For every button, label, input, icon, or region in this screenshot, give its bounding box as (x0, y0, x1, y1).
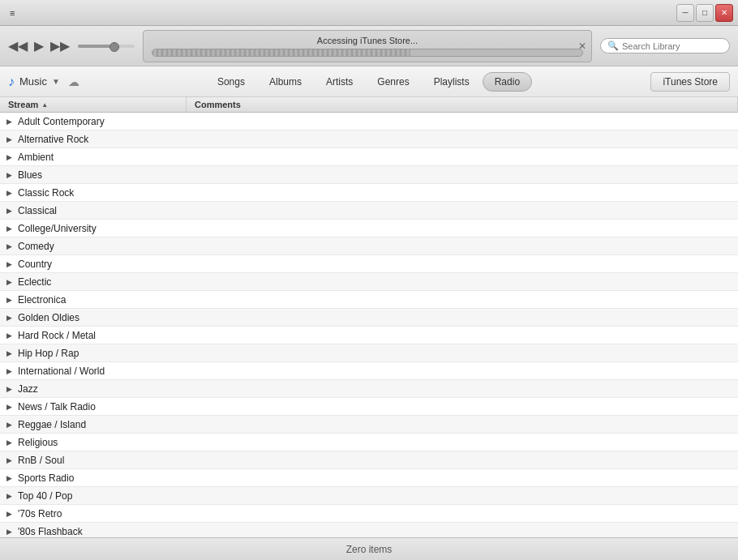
td-stream: ▶Classic Rock (0, 185, 389, 201)
table-row[interactable]: ▶Religious (0, 434, 738, 451)
td-comments (389, 387, 738, 391)
table-row[interactable]: ▶Hard Rock / Metal (0, 327, 738, 344)
disclosure-triangle-icon[interactable]: ▶ (6, 403, 15, 411)
nav-albums[interactable]: Albums (258, 73, 313, 91)
disclosure-triangle-icon[interactable]: ▶ (6, 492, 15, 500)
disclosure-triangle-icon[interactable]: ▶ (6, 528, 15, 536)
col-header-comments[interactable]: Comments (187, 97, 738, 112)
table-row[interactable]: ▶Jazz (0, 380, 738, 398)
td-comments (389, 119, 738, 124)
disclosure-triangle-icon[interactable]: ▶ (6, 456, 15, 464)
table-row[interactable]: ▶'70s Retro (0, 505, 738, 523)
col-header-stream[interactable]: Stream ▲ (0, 97, 187, 112)
rewind-button[interactable]: ◀◀ (8, 38, 28, 53)
col-stream-label: Stream (8, 100, 38, 109)
disclosure-triangle-icon[interactable]: ▶ (6, 278, 15, 286)
table-row[interactable]: ▶Electronica (0, 291, 738, 309)
disclosure-triangle-icon[interactable]: ▶ (6, 349, 15, 357)
disclosure-triangle-icon[interactable]: ▶ (6, 207, 15, 215)
table-row[interactable]: ▶Top 40 / Pop (0, 487, 738, 505)
progress-bar (152, 49, 583, 57)
progress-close-icon[interactable]: ✕ (578, 41, 586, 52)
table-row[interactable]: ▶Classic Rock (0, 184, 738, 202)
table-row[interactable]: ▶Ambient (0, 148, 738, 166)
table-row[interactable]: ▶Sports Radio (0, 469, 738, 487)
stream-label: News / Talk Radio (18, 401, 96, 413)
td-stream: ▶RnB / Soul (0, 452, 389, 468)
search-bar[interactable]: 🔍 (600, 38, 730, 53)
disclosure-triangle-icon[interactable]: ▶ (6, 421, 15, 429)
table-row[interactable]: ▶Hip Hop / Rap (0, 344, 738, 362)
table-row[interactable]: ▶Eclectic (0, 273, 738, 291)
table-row[interactable]: ▶RnB / Soul (0, 451, 738, 469)
table-row[interactable]: ▶Blues (0, 166, 738, 184)
nav-radio[interactable]: Radio (483, 72, 532, 92)
disclosure-triangle-icon[interactable]: ▶ (6, 438, 15, 447)
disclosure-triangle-icon[interactable]: ▶ (6, 118, 15, 126)
table-row[interactable]: ▶'80s Flashback (0, 523, 738, 537)
td-comments (389, 155, 738, 160)
td-stream: ▶College/University (0, 220, 389, 237)
disclosure-triangle-icon[interactable]: ▶ (6, 385, 15, 393)
stream-label: RnB / Soul (18, 455, 64, 466)
nav-songs[interactable]: Songs (206, 73, 256, 91)
disclosure-triangle-icon[interactable]: ▶ (6, 474, 15, 482)
maximize-button[interactable]: □ (696, 4, 714, 22)
play-button[interactable]: ▶ (34, 38, 44, 53)
stream-label: '80s Flashback (18, 526, 83, 537)
table-row[interactable]: ▶News / Talk Radio (0, 398, 738, 416)
disclosure-triangle-icon[interactable]: ▶ (6, 510, 15, 518)
td-stream: ▶Alternative Rock (0, 131, 389, 147)
td-comments (389, 137, 738, 142)
disclosure-triangle-icon[interactable]: ▶ (6, 331, 15, 340)
volume-slider[interactable] (78, 45, 135, 48)
nav-genres[interactable]: Genres (366, 73, 420, 91)
disclosure-triangle-icon[interactable]: ▶ (6, 153, 15, 161)
search-icon: 🔍 (607, 41, 619, 51)
table-row[interactable]: ▶Reggae / Island (0, 416, 738, 434)
td-stream: ▶Comedy (0, 238, 389, 254)
stream-label: Hard Rock / Metal (18, 330, 96, 341)
table-row[interactable]: ▶Classical (0, 202, 738, 220)
disclosure-triangle-icon[interactable]: ▶ (6, 314, 15, 322)
cloud-icon[interactable]: ☁ (68, 75, 79, 88)
td-stream: ▶Eclectic (0, 274, 389, 290)
stream-label: Top 40 / Pop (18, 490, 72, 502)
td-comments (389, 369, 738, 374)
stream-label: Golden Oldies (18, 312, 79, 323)
td-comments (389, 333, 738, 338)
disclosure-triangle-icon[interactable]: ▶ (6, 224, 15, 233)
td-stream: ▶'80s Flashback (0, 524, 389, 538)
table-row[interactable]: ▶Comedy (0, 237, 738, 255)
table-row[interactable]: ▶Alternative Rock (0, 130, 738, 148)
progress-title: Accessing iTunes Store... (317, 36, 418, 45)
stream-label: Hip Hop / Rap (18, 348, 79, 359)
table-row[interactable]: ▶Country (0, 255, 738, 273)
table-container[interactable]: Stream ▲ Comments ▶Adult Contemporary▶Al… (0, 97, 738, 537)
disclosure-triangle-icon[interactable]: ▶ (6, 260, 15, 268)
search-input[interactable] (622, 41, 719, 51)
disclosure-triangle-icon[interactable]: ▶ (6, 135, 15, 143)
disclosure-triangle-icon[interactable]: ▶ (6, 367, 15, 375)
td-comments (389, 173, 738, 177)
menu-button[interactable]: ≡ (5, 6, 19, 19)
table-row[interactable]: ▶College/University (0, 220, 738, 237)
nav-artists[interactable]: Artists (315, 73, 364, 91)
table-row[interactable]: ▶International / World (0, 362, 738, 380)
music-label: Music (19, 75, 47, 88)
disclosure-triangle-icon[interactable]: ▶ (6, 296, 15, 304)
td-stream: ▶Country (0, 256, 389, 272)
music-dropdown-icon[interactable]: ▼ (52, 77, 60, 86)
forward-button[interactable]: ▶▶ (50, 38, 70, 53)
nav-left: ♪ Music ▼ ☁ (8, 75, 105, 89)
table-header: Stream ▲ Comments (0, 97, 738, 113)
disclosure-triangle-icon[interactable]: ▶ (6, 189, 15, 197)
disclosure-triangle-icon[interactable]: ▶ (6, 242, 15, 250)
table-row[interactable]: ▶Golden Oldies (0, 309, 738, 327)
table-row[interactable]: ▶Adult Contemporary (0, 113, 738, 130)
close-button[interactable]: ✕ (715, 4, 733, 22)
nav-playlists[interactable]: Playlists (423, 73, 481, 91)
minimize-button[interactable]: ─ (676, 4, 694, 22)
disclosure-triangle-icon[interactable]: ▶ (6, 171, 15, 179)
itunes-store-button[interactable]: iTunes Store (650, 72, 730, 92)
